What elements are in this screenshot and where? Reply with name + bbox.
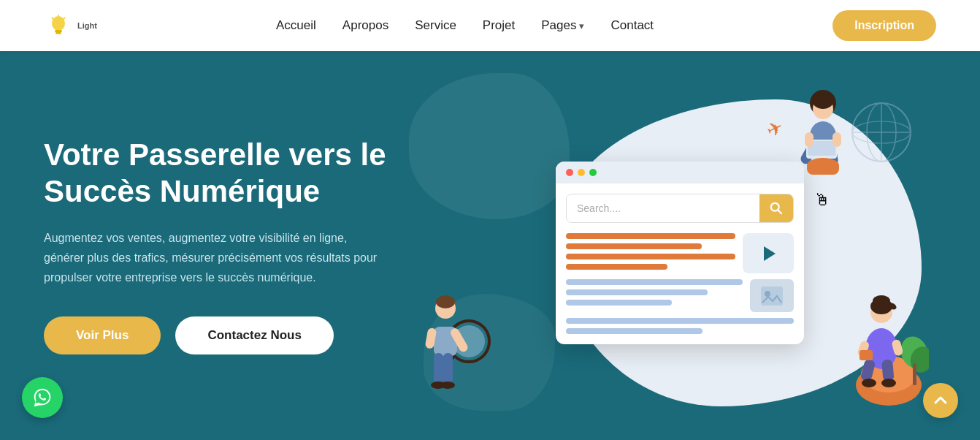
search-bar: Search.... <box>566 194 794 223</box>
svg-point-14 <box>813 94 833 109</box>
svg-point-47 <box>873 295 890 307</box>
svg-point-39 <box>440 382 455 389</box>
svg-point-1 <box>52 16 65 31</box>
line-3 <box>566 254 735 259</box>
nav-item-service[interactable]: Service <box>415 18 456 33</box>
svg-rect-26 <box>761 287 783 306</box>
inscription-button[interactable]: Inscription <box>832 10 936 41</box>
svg-line-6 <box>64 18 65 20</box>
lines-col-3 <box>566 318 794 334</box>
man-magnifier-svg <box>424 290 497 407</box>
contactez-nous-button[interactable]: Contactez Nous <box>175 316 333 354</box>
svg-line-5 <box>53 18 54 20</box>
nav-item-apropos[interactable]: Apropos <box>342 18 388 33</box>
svg-rect-36 <box>434 353 443 384</box>
svg-point-32 <box>436 295 455 308</box>
play-icon <box>764 246 776 261</box>
browser-body: Search.... <box>556 183 804 344</box>
whatsapp-icon <box>31 387 53 409</box>
svg-rect-23 <box>807 162 839 175</box>
line-5 <box>566 279 743 285</box>
hero-title: Votre Passerelle vers le Succès Numériqu… <box>44 137 424 210</box>
svg-point-27 <box>765 291 770 297</box>
line-6 <box>566 289 708 295</box>
browser-mockup: Search.... <box>556 162 804 344</box>
logo-icon <box>44 11 73 40</box>
svg-rect-3 <box>55 32 61 34</box>
search-button[interactable] <box>759 194 793 222</box>
svg-rect-56 <box>860 350 873 360</box>
chevron-down-icon: ▾ <box>579 20 584 31</box>
navbar: Light Accueil Apropos Service Projet Pag… <box>0 0 980 51</box>
scroll-to-top-button[interactable] <box>923 383 958 418</box>
line-9 <box>566 328 703 334</box>
person-right-figure <box>841 290 929 410</box>
logo-text: Light <box>77 21 97 30</box>
content-row-2 <box>566 279 794 312</box>
svg-line-25 <box>778 210 782 214</box>
lines-col-2 <box>566 279 743 306</box>
hero-content: Votre Passerelle vers le Succès Numériqu… <box>44 137 424 354</box>
browser-dot-red <box>566 169 573 176</box>
browser-dot-green <box>589 169 597 176</box>
hero-illustration: ✈ Search.... <box>424 77 936 414</box>
browser-dot-yellow <box>578 169 585 176</box>
line-7 <box>566 300 672 306</box>
svg-rect-2 <box>55 30 62 32</box>
nav-item-contact[interactable]: Contact <box>610 18 654 33</box>
nav-item-pages[interactable]: Pages ▾ <box>541 18 584 33</box>
hero-section: Votre Passerelle vers le Succès Numériqu… <box>0 51 980 440</box>
whatsapp-button[interactable] <box>22 377 63 418</box>
nav-item-accueil[interactable]: Accueil <box>276 18 316 33</box>
svg-rect-37 <box>443 353 453 384</box>
svg-rect-20 <box>805 132 814 147</box>
hero-description: Augmentez vos ventes, augmentez votre vi… <box>44 228 387 288</box>
cursor-icon: 🖱 <box>814 191 830 210</box>
logo[interactable]: Light <box>44 11 97 40</box>
lines-col-1 <box>566 233 735 270</box>
voir-plus-button[interactable]: Voir Plus <box>44 316 161 354</box>
video-thumbnail <box>743 233 794 273</box>
svg-point-53 <box>881 379 896 387</box>
person-top-figure <box>783 88 863 194</box>
svg-rect-21 <box>832 132 841 147</box>
line-4 <box>566 264 667 270</box>
browser-topbar <box>556 162 804 183</box>
arrow-up-icon <box>933 392 949 409</box>
image-thumbnail <box>750 279 794 312</box>
line-1 <box>566 233 735 239</box>
content-row-1 <box>566 233 794 273</box>
hero-buttons: Voir Plus Contactez Nous <box>44 316 424 354</box>
person-left-figure <box>424 290 497 410</box>
svg-rect-44 <box>913 363 916 385</box>
browser-content <box>566 233 794 334</box>
svg-point-52 <box>862 379 876 387</box>
image-icon <box>761 287 783 306</box>
svg-rect-51 <box>881 359 895 382</box>
search-icon <box>770 202 783 215</box>
line-8 <box>566 318 794 324</box>
woman-laptop-svg <box>783 88 863 191</box>
woman-sitting-svg <box>841 290 929 407</box>
nav-item-projet[interactable]: Projet <box>483 18 515 33</box>
nav-links: Accueil Apropos Service Projet Pages ▾ C… <box>276 18 654 33</box>
search-placeholder: Search.... <box>567 195 759 221</box>
line-2 <box>566 243 702 249</box>
content-row-3 <box>566 318 794 334</box>
